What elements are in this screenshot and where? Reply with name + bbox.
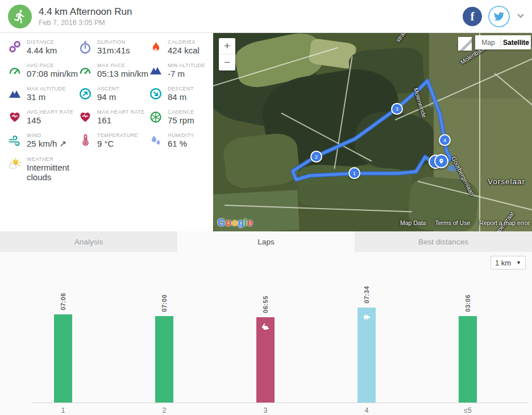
stat-avg-heart-rate: AVG HEART RATE145 (8, 109, 78, 125)
lap-axis-label: ≤5 (445, 406, 491, 414)
tab-best-distances[interactable]: Best distances (355, 231, 532, 252)
dropdown-arrow-icon: ▼ (516, 260, 521, 265)
twitter-share-button[interactable] (488, 6, 510, 27)
stat-label: HUMIDITY (168, 132, 194, 138)
stat-label: CALORIES (168, 39, 200, 45)
stat-cadence: CADENCE75 rpm (149, 109, 217, 125)
lap-bar[interactable] (155, 316, 173, 402)
mountains-icon (149, 64, 163, 77)
lap-axis-label: 2 (142, 406, 187, 414)
stat-label: MIN ALTITUDE (168, 63, 205, 68)
stat-descent: DESCENT84 m (149, 86, 217, 102)
compass-ne-arrow-icon (78, 87, 92, 101)
sun-cloud-icon (8, 157, 22, 171)
runner-icon (13, 9, 27, 24)
town-label: Vorselaar (488, 177, 525, 186)
lap-time-label: 07:34 (363, 286, 370, 304)
map-data-link[interactable]: Map Data (400, 219, 426, 226)
satellite-type-button[interactable]: Satellite (501, 35, 531, 49)
stat-min-altitude: MIN ALTITUDE-7 m (149, 63, 217, 78)
tab-analysis[interactable]: Analysis (0, 231, 177, 252)
stat-label: TEMPERATURE (97, 132, 138, 138)
running-activity-icon (8, 5, 32, 28)
wind-icon (8, 134, 22, 147)
lap-bar-group-2: 07:00 (142, 294, 187, 402)
mountains-icon (8, 87, 22, 101)
chevron-down-icon (516, 11, 525, 20)
facebook-share-button[interactable]: f (463, 7, 482, 26)
lap-bar-group-5: 03:06 (445, 294, 491, 402)
wheel-icon (149, 110, 163, 124)
stat-max-altitude: MAX ALTITUDE31 m (8, 86, 78, 102)
gauge-icon (78, 64, 92, 77)
stat-value: -7 m (168, 69, 205, 78)
zoom-in-button[interactable]: + (219, 38, 235, 55)
lap-marker-2[interactable]: 2 (310, 151, 322, 163)
stat-value: 61 % (168, 139, 194, 148)
lap-time-label: 03:06 (464, 294, 471, 312)
stat-temperature: TEMPERATURE9 °C (78, 132, 149, 149)
lap-axis-label: 4 (344, 406, 389, 414)
lap-bar[interactable] (459, 316, 477, 402)
lap-bar[interactable] (256, 317, 275, 402)
stat-label: WIND (27, 132, 66, 138)
stat-label: MAX ALTITUDE (27, 86, 66, 92)
location-pin-icon (438, 158, 444, 164)
stat-label: MAX PACE (97, 63, 148, 68)
thermometer-icon (78, 134, 92, 147)
stat-label: DISTANCE (27, 39, 57, 45)
stat-label: DURATION (97, 39, 130, 45)
finish-marker[interactable] (434, 154, 448, 168)
zoom-out-button[interactable]: − (219, 55, 235, 70)
stat-value: 25 km/h ↗ (27, 139, 66, 149)
collapse-header-button[interactable] (516, 11, 525, 22)
route-polyline (213, 33, 532, 231)
page-title: 4.4 km Afternoon Run (39, 6, 132, 18)
terms-of-use-link[interactable]: Terms of Use (435, 219, 470, 226)
stat-ascent: ASCENT94 m (78, 86, 149, 102)
report-error-link[interactable]: Report a map error (479, 219, 530, 226)
map-pins-icon (8, 40, 22, 54)
lap-marker-1[interactable]: 1 (348, 167, 360, 179)
lap-marker-3[interactable]: 3 (391, 103, 403, 115)
lap-time-label: 07:00 (161, 294, 168, 312)
stat-value: 161 (97, 115, 145, 125)
map-type-button[interactable]: Map (475, 35, 501, 49)
lap-time-label: 07:06 (60, 293, 66, 310)
stat-label: WEATHER (27, 156, 77, 162)
stat-value: 31 m (27, 92, 66, 102)
stat-label: DESCENT (168, 86, 194, 92)
stat-label: CADENCE (168, 109, 194, 115)
tab-bar: Analysis Laps Best distances (0, 231, 532, 252)
stat-avg-pace: AVG PACE07:08 min/km (8, 63, 78, 78)
flame-icon (149, 40, 163, 54)
lap-axis-label: 3 (243, 406, 288, 414)
map-canvas[interactable]: 1 2 3 4 straat Molenbaan Moleneinde Goor… (213, 33, 532, 231)
stat-value: 31m:41s (97, 45, 130, 55)
lap-interval-select[interactable]: 1 km ▼ (491, 256, 526, 269)
facebook-icon: f (471, 10, 475, 23)
lap-bar-group-4: 07:34 (344, 286, 389, 402)
stats-panel: DISTANCE4.44 km DURATION31m:41s CALORIES… (0, 33, 213, 231)
stat-wind: WIND25 km/h ↗ (8, 132, 78, 149)
stat-value: 94 m (97, 92, 119, 102)
lap-bar[interactable] (358, 308, 376, 402)
tab-laps[interactable]: Laps (177, 231, 355, 252)
lap-bar-group-3: 06:55 (243, 296, 288, 402)
stat-value: 84 m (168, 92, 194, 102)
header: 4.4 km Afternoon Run Feb 7, 2016 3:05 PM… (0, 0, 532, 33)
stat-value: 9 °C (97, 139, 138, 148)
stat-humidity: HUMIDITY61 % (149, 132, 217, 149)
stat-label: ASCENT (97, 86, 119, 92)
turtle-icon (363, 313, 371, 321)
water-drops-icon (149, 134, 163, 147)
heart-icon (78, 110, 92, 124)
lap-marker-4[interactable]: 4 (439, 134, 451, 146)
stat-value: 75 rpm (168, 115, 194, 125)
activity-date: Feb 7, 2016 3:05 PM (39, 19, 132, 27)
stat-value: 145 (27, 115, 73, 125)
stat-duration: DURATION31m:41s (78, 39, 149, 55)
lap-axis-label: 1 (40, 406, 86, 414)
tilt-view-button[interactable] (458, 37, 472, 51)
lap-bar[interactable] (54, 314, 72, 402)
